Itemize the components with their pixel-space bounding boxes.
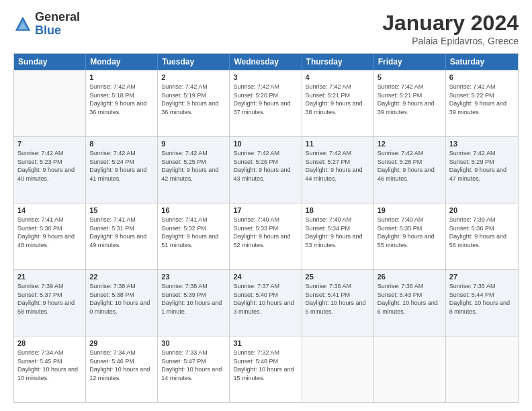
day-info: Sunrise: 7:42 AM Sunset: 5:20 PM Dayligh… (233, 83, 298, 116)
calendar-cell: 16Sunrise: 7:41 AM Sunset: 5:32 PM Dayli… (158, 203, 230, 269)
logo-text: General Blue (35, 11, 80, 38)
day-info: Sunrise: 7:42 AM Sunset: 5:24 PM Dayligh… (89, 149, 154, 183)
calendar-cell: 25Sunrise: 7:36 AM Sunset: 5:41 PM Dayli… (302, 270, 374, 336)
day-number: 8 (89, 140, 154, 148)
logo: General Blue (13, 11, 80, 38)
calendar-cell: 24Sunrise: 7:37 AM Sunset: 5:40 PM Dayli… (230, 270, 302, 336)
calendar-cell: 23Sunrise: 7:38 AM Sunset: 5:39 PM Dayli… (158, 270, 230, 336)
calendar-cell: 5Sunrise: 7:42 AM Sunset: 5:21 PM Daylig… (374, 71, 446, 136)
day-number: 20 (449, 206, 515, 214)
day-info: Sunrise: 7:42 AM Sunset: 5:26 PM Dayligh… (233, 149, 298, 183)
calendar-row: 28Sunrise: 7:34 AM Sunset: 5:45 PM Dayli… (14, 336, 518, 402)
calendar-row: 7Sunrise: 7:42 AM Sunset: 5:23 PM Daylig… (14, 136, 518, 203)
calendar-cell (446, 336, 518, 402)
logo-icon (13, 15, 32, 34)
calendar-cell: 4Sunrise: 7:42 AM Sunset: 5:21 PM Daylig… (302, 71, 374, 136)
day-number: 14 (17, 206, 82, 214)
day-number: 26 (378, 273, 442, 281)
calendar-cell: 10Sunrise: 7:42 AM Sunset: 5:26 PM Dayli… (230, 137, 302, 203)
calendar-cell: 17Sunrise: 7:40 AM Sunset: 5:33 PM Dayli… (230, 203, 302, 269)
day-info: Sunrise: 7:42 AM Sunset: 5:25 PM Dayligh… (161, 149, 226, 183)
calendar-body: 1Sunrise: 7:42 AM Sunset: 5:18 PM Daylig… (14, 70, 518, 402)
calendar-header-cell: Saturday (446, 54, 518, 70)
title-month: January 2024 (382, 11, 519, 36)
calendar-cell: 1Sunrise: 7:42 AM Sunset: 5:18 PM Daylig… (86, 71, 158, 136)
calendar-cell: 27Sunrise: 7:35 AM Sunset: 5:44 PM Dayli… (446, 270, 518, 336)
day-number: 16 (161, 206, 226, 214)
day-info: Sunrise: 7:40 AM Sunset: 5:34 PM Dayligh… (306, 216, 370, 249)
calendar-cell: 13Sunrise: 7:42 AM Sunset: 5:29 PM Dayli… (446, 137, 518, 203)
day-info: Sunrise: 7:35 AM Sunset: 5:44 PM Dayligh… (449, 282, 515, 316)
day-number: 30 (161, 339, 226, 347)
calendar-cell: 19Sunrise: 7:40 AM Sunset: 5:35 PM Dayli… (374, 203, 446, 269)
calendar-header-cell: Thursday (302, 54, 374, 70)
day-number: 13 (449, 140, 515, 148)
day-number: 5 (378, 73, 442, 81)
day-number: 1 (89, 73, 154, 81)
day-number: 12 (378, 140, 442, 148)
day-number: 28 (17, 339, 82, 347)
calendar-cell: 20Sunrise: 7:39 AM Sunset: 5:36 PM Dayli… (446, 203, 518, 269)
day-info: Sunrise: 7:37 AM Sunset: 5:40 PM Dayligh… (233, 282, 298, 316)
calendar-cell (14, 71, 86, 136)
day-info: Sunrise: 7:42 AM Sunset: 5:21 PM Dayligh… (378, 83, 442, 116)
calendar-cell: 12Sunrise: 7:42 AM Sunset: 5:28 PM Dayli… (374, 137, 446, 203)
calendar-cell: 8Sunrise: 7:42 AM Sunset: 5:24 PM Daylig… (86, 137, 158, 203)
calendar-cell: 2Sunrise: 7:42 AM Sunset: 5:19 PM Daylig… (158, 71, 230, 136)
calendar-header-cell: Wednesday (230, 54, 302, 70)
calendar-cell (302, 336, 374, 402)
calendar-row: 21Sunrise: 7:39 AM Sunset: 5:37 PM Dayli… (14, 269, 518, 336)
day-number: 15 (89, 206, 154, 214)
day-info: Sunrise: 7:36 AM Sunset: 5:41 PM Dayligh… (306, 282, 370, 316)
day-info: Sunrise: 7:36 AM Sunset: 5:43 PM Dayligh… (378, 282, 442, 316)
day-number: 18 (306, 206, 370, 214)
calendar-cell: 28Sunrise: 7:34 AM Sunset: 5:45 PM Dayli… (14, 336, 86, 402)
day-info: Sunrise: 7:33 AM Sunset: 5:47 PM Dayligh… (161, 349, 226, 382)
day-info: Sunrise: 7:39 AM Sunset: 5:37 PM Dayligh… (17, 282, 82, 316)
day-info: Sunrise: 7:38 AM Sunset: 5:39 PM Dayligh… (161, 282, 226, 316)
day-number: 21 (17, 273, 82, 281)
day-number: 24 (233, 273, 298, 281)
day-info: Sunrise: 7:42 AM Sunset: 5:28 PM Dayligh… (378, 149, 442, 183)
day-number: 7 (17, 140, 82, 148)
calendar-cell: 3Sunrise: 7:42 AM Sunset: 5:20 PM Daylig… (230, 71, 302, 136)
title-block: January 2024 Palaia Epidavros, Greece (382, 11, 519, 46)
calendar-cell: 30Sunrise: 7:33 AM Sunset: 5:47 PM Dayli… (158, 336, 230, 402)
day-info: Sunrise: 7:42 AM Sunset: 5:18 PM Dayligh… (89, 83, 154, 116)
title-location: Palaia Epidavros, Greece (382, 36, 519, 46)
day-info: Sunrise: 7:42 AM Sunset: 5:19 PM Dayligh… (161, 83, 226, 116)
day-number: 6 (449, 73, 515, 81)
calendar-cell (374, 336, 446, 402)
calendar-header-cell: Monday (86, 54, 158, 70)
day-number: 22 (89, 273, 154, 281)
day-number: 3 (233, 73, 298, 81)
calendar-header-cell: Friday (374, 54, 446, 70)
calendar-cell: 26Sunrise: 7:36 AM Sunset: 5:43 PM Dayli… (374, 270, 446, 336)
day-info: Sunrise: 7:42 AM Sunset: 5:21 PM Dayligh… (306, 83, 370, 116)
calendar-cell: 11Sunrise: 7:42 AM Sunset: 5:27 PM Dayli… (302, 137, 374, 203)
calendar-cell: 29Sunrise: 7:34 AM Sunset: 5:46 PM Dayli… (86, 336, 158, 402)
day-number: 17 (233, 206, 298, 214)
day-number: 10 (233, 140, 298, 148)
calendar-cell: 31Sunrise: 7:32 AM Sunset: 5:48 PM Dayli… (230, 336, 302, 402)
calendar-cell: 6Sunrise: 7:42 AM Sunset: 5:22 PM Daylig… (446, 71, 518, 136)
day-number: 9 (161, 140, 226, 148)
day-info: Sunrise: 7:38 AM Sunset: 5:38 PM Dayligh… (89, 282, 154, 316)
day-number: 27 (449, 273, 515, 281)
day-number: 29 (89, 339, 154, 347)
day-info: Sunrise: 7:42 AM Sunset: 5:23 PM Dayligh… (17, 149, 82, 183)
day-number: 4 (306, 73, 370, 81)
day-info: Sunrise: 7:41 AM Sunset: 5:31 PM Dayligh… (89, 216, 154, 249)
day-info: Sunrise: 7:42 AM Sunset: 5:22 PM Dayligh… (449, 83, 515, 116)
day-info: Sunrise: 7:40 AM Sunset: 5:33 PM Dayligh… (233, 216, 298, 249)
day-info: Sunrise: 7:39 AM Sunset: 5:36 PM Dayligh… (449, 216, 515, 249)
logo-blue: Blue (35, 24, 80, 38)
calendar-header: SundayMondayTuesdayWednesdayThursdayFrid… (14, 54, 518, 70)
calendar-cell: 21Sunrise: 7:39 AM Sunset: 5:37 PM Dayli… (14, 270, 86, 336)
day-number: 23 (161, 273, 226, 281)
day-info: Sunrise: 7:42 AM Sunset: 5:27 PM Dayligh… (306, 149, 370, 183)
calendar-cell: 15Sunrise: 7:41 AM Sunset: 5:31 PM Dayli… (86, 203, 158, 269)
calendar-header-cell: Tuesday (158, 54, 230, 70)
page: General Blue January 2024 Palaia Epidavr… (0, 0, 532, 411)
calendar-row: 14Sunrise: 7:41 AM Sunset: 5:30 PM Dayli… (14, 203, 518, 269)
